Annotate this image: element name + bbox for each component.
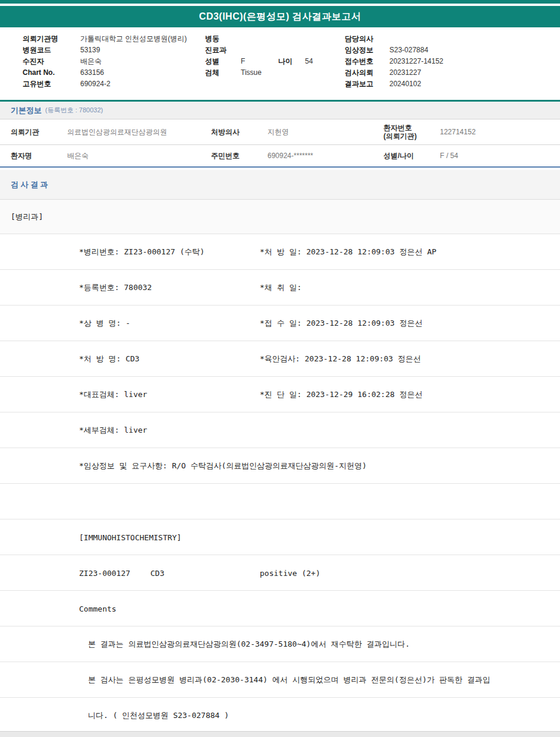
result-row-ihc-result: ZI23-000127 CD3 positive (2+) [0,555,560,591]
department-name: [병리과] [11,212,43,222]
result-row-comment-3: 니다. ( 인천성모병원 S23-027884 ) [0,698,560,733]
ward-label: 병동 [205,33,241,45]
header-field-row: 수진자배은숙 [23,56,187,67]
sex-age-value: F / 54 [440,152,458,160]
referring-org2-label: 의뢰기관 [11,127,39,137]
basic-info-row: 환자명 배은숙 주민번호 690924-******* 성별/나이 F / 54 [0,145,560,166]
clinical-info-label: 임상정보 [345,45,389,56]
patient-value: 배은숙 [80,57,102,65]
receipt-no-value: 20231227-14152 [389,57,443,65]
header-field-row: 병동 [205,33,313,45]
header-field-row: Chart No.633156 [23,67,187,78]
comment-text: 니다. ( 인천성모병원 S23-027884 ) [88,710,229,721]
age-label: 나이 [278,56,305,67]
header-middle-column: 병동 진료과 성별F나이54 검체Tissue [205,33,313,78]
basic-info-section-header: 기본정보 (등록번호 : 780032) [0,102,560,119]
result-right-text: *진 단 일: 2023-12-29 16:02:28 정은선 [260,389,423,400]
prescribing-doctor-value: 지헌영 [268,127,289,137]
result-row-comment-1: 본 결과는 의료법인삼광의료재단삼광의원(02-3497-5180~4)에서 재… [0,626,560,662]
result-left-text: *등록번호: 780032 [79,282,152,293]
header-right-column: 담당의사 임상정보S23-027884 접수번호20231227-14152 검… [345,33,443,90]
ihc-stain-name: CD3 [150,568,164,577]
result-row-diagnosis-name: *상 병 명: - *접 수 일: 2023-12-28 12:09:03 정은… [0,305,560,341]
header-field-row: 임상정보S23-027884 [345,45,443,56]
comment-text: 본 결과는 의료법인삼광의료재단삼광의원(02-3497-5180~4)에서 재… [88,639,410,650]
patient-name-label: 환자명 [11,151,32,161]
result-left-text: *병리번호: ZI23-000127 (수탁) [79,247,205,257]
header-field-row: 검체Tissue [205,67,313,78]
result-left-text: Comments [79,604,117,613]
report-page: CD3(IHC)(은평성모) 검사결과보고서 의뢰기관명가톨릭대학교 인천성모병… [0,0,560,737]
sex-value: F [241,56,278,67]
result-row-registration-no: *등록번호: 780032 *채 취 일: [0,270,560,305]
result-row-comments-heading: Comments [0,591,560,626]
specimen-label: 검체 [205,67,241,78]
result-row-sub-specimen: *세부검체: liver [0,412,560,448]
receipt-no-label: 접수번호 [345,56,389,67]
basic-info-subtitle: (등록번호 : 780032) [45,106,103,115]
result-row-comment-2: 본 검사는 은평성모병원 병리과(02-2030-3144) 에서 시행되었으며… [0,662,560,698]
result-row-ihc-heading: [IMMUNOHISTOCHEMISTRY] [0,519,560,555]
ihc-result-value: positive (2+) [260,568,320,577]
result-row-empty [0,484,560,519]
comment-text: 본 검사는 은평성모병원 병리과(02-2030-3144) 에서 시행되었으며… [88,675,490,685]
patient-name-value: 배은숙 [67,151,89,161]
result-row-clinical-info: *임상정보 및 요구사항: R/O 수탁검사(의료법인삼광의료재단삼광의원-지헌… [0,448,560,484]
header-field-row: 의뢰기관명가톨릭대학교 인천성모병원(병리) [23,33,187,45]
results-title: 검 사 결 과 [11,179,48,190]
sex-label: 성별 [205,56,241,67]
prescribing-doctor-label: 처방의사 [211,127,240,137]
header-field-row: 병원코드53139 [23,45,187,56]
resident-no-value: 690924-******* [268,152,313,160]
sex-age-label: 성별/나이 [383,151,414,161]
report-date-label: 결과보고 [345,78,389,90]
result-left-text: [IMMUNOHISTOCHEMISTRY] [79,533,181,541]
basic-info-row: 의뢰기관 의료법인삼광의료재단삼광의원 처방의사 지헌영 환자번호 (의뢰기관)… [0,119,560,145]
request-date-label: 검사의뢰 [345,67,389,78]
header-left-column: 의뢰기관명가톨릭대학교 인천성모병원(병리) 병원코드53139 수진자배은숙 … [23,33,187,90]
basic-info-bottom-divider [0,166,560,168]
resident-no-label: 주민번호 [211,151,240,161]
specimen-value: Tissue [241,68,262,77]
top-accent-bar [0,0,560,4]
ihc-specimen-id: ZI23-000127 [79,568,130,577]
report-title: CD3(IHC)(은평성모) 검사결과보고서 [199,11,361,23]
header-field-row: 접수번호20231227-14152 [345,56,443,67]
result-right-text: *채 취 일: [260,282,301,293]
result-left-text: *대표검체: liver [79,389,147,400]
header-field-row: 고유번호690924-2 [23,78,187,90]
chart-no-label: Chart No. [23,67,80,78]
hospital-code-label: 병원코드 [23,45,80,56]
result-row-main-specimen: *대표검체: liver *진 단 일: 2023-12-29 16:02:28… [0,377,560,412]
bottom-scrollbar-track [0,731,560,737]
header-info-panel: 의뢰기관명가톨릭대학교 인천성모병원(병리) 병원코드53139 수진자배은숙 … [0,27,560,100]
unique-id-label: 고유번호 [23,78,80,90]
header-field-row: 담당의사 [345,33,443,45]
patient-label: 수진자 [23,56,80,67]
unique-id-value: 690924-2 [80,80,111,88]
clinical-info-value: S23-027884 [389,46,428,54]
chart-no-value: 633156 [80,68,104,77]
patient-no-value: 122714152 [440,128,476,136]
result-right-text: *처 방 일: 2023-12-28 12:09:03 정은선 AP [260,247,436,257]
result-row-pathology-no: *병리번호: ZI23-000127 (수탁) *처 방 일: 2023-12-… [0,234,560,270]
referring-org2-value: 의료법인삼광의료재단삼광의원 [67,127,167,137]
hospital-code-value: 53139 [80,46,100,54]
request-date-value: 20231227 [389,68,421,77]
header-field-row: 성별F나이54 [205,56,313,67]
report-title-bar: CD3(IHC)(은평성모) 검사결과보고서 [0,6,560,27]
basic-info-title: 기본정보 [11,105,42,116]
header-field-row: 결과보고20240102 [345,78,443,90]
result-row-order-name: *처 방 명: CD3 *육안검사: 2023-12-28 12:09:03 정… [0,341,560,377]
result-left-text: *세부검체: liver [79,425,147,436]
result-left-text: *임상정보 및 요구사항: R/O 수탁검사(의료법인삼광의료재단삼광의원-지헌… [79,461,367,471]
referring-org-value: 가톨릭대학교 인천성모병원(병리) [80,34,187,43]
report-date-value: 20240102 [389,80,421,88]
referring-org-label: 의뢰기관명 [23,33,80,45]
result-left-text: *상 병 명: - [79,318,130,329]
department-row: [병리과] [0,200,560,234]
age-value: 54 [305,57,313,65]
clinic-dept-label: 진료과 [205,45,241,56]
results-section-header: 검 사 결 과 [0,170,560,200]
header-field-row: 검사의뢰20231227 [345,67,443,78]
